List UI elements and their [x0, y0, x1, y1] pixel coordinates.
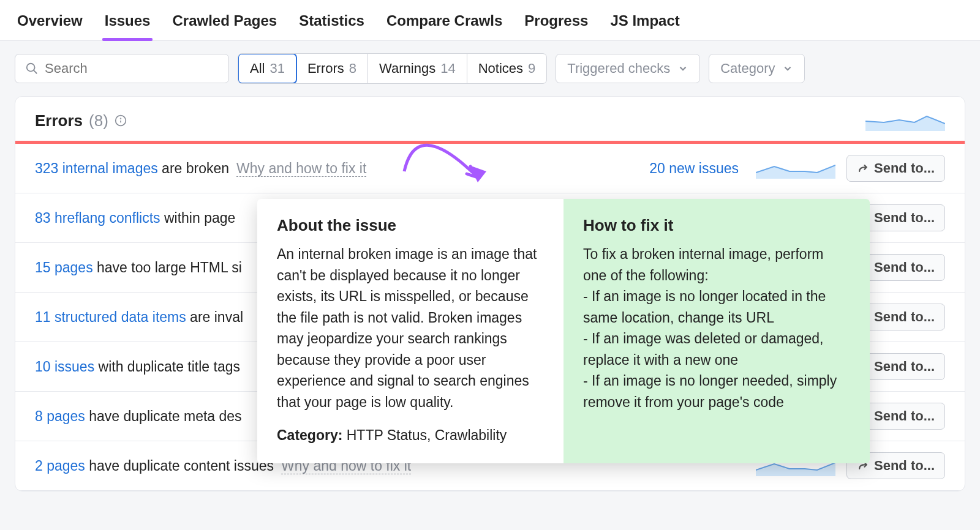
filter-group: All 31 Errors 8 Warnings 14 Notices 9	[238, 53, 547, 84]
issue-text: 323 internal images are brokenWhy and ho…	[35, 160, 638, 177]
fix-body: To fix a broken internal image, perform …	[583, 244, 850, 412]
issue-rest: have too large HTML si	[93, 259, 242, 275]
send-to-button[interactable]: Send to...	[846, 155, 945, 182]
send-to-label: Send to...	[874, 259, 935, 275]
dropdown-label: Triggered checks	[567, 61, 670, 77]
tab-statistics[interactable]: Statistics	[296, 7, 367, 40]
info-icon[interactable]	[115, 114, 127, 127]
arrow-right-icon	[857, 162, 869, 174]
sparkline-header	[865, 110, 945, 131]
issue-rest: with duplicate title tags	[94, 359, 240, 375]
svg-line-1	[34, 70, 37, 74]
send-to-label: Send to...	[874, 408, 935, 424]
popover-fix: How to fix it To fix a broken internal i…	[564, 199, 870, 463]
send-to-label: Send to...	[874, 210, 935, 226]
filter-notices[interactable]: Notices 9	[467, 54, 547, 83]
filter-count: 8	[349, 61, 356, 77]
fix-title: How to fix it	[583, 216, 850, 235]
issue-link[interactable]: 83 hreflang conflicts	[35, 210, 160, 226]
filter-all[interactable]: All 31	[238, 53, 297, 84]
issue-rest: within page	[160, 210, 236, 226]
panel-header: Errors (8)	[15, 97, 965, 141]
why-and-how-link[interactable]: Why and how to fix it	[236, 160, 366, 177]
issue-link[interactable]: 11 structured data items	[35, 309, 186, 325]
filter-label: Errors	[307, 61, 344, 77]
issue-link[interactable]: 2 pages	[35, 458, 85, 474]
issue-rest: are broken	[158, 160, 229, 176]
tab-js-impact[interactable]: JS Impact	[608, 7, 682, 40]
send-to-label: Send to...	[874, 458, 935, 474]
issue-row: 323 internal images are brokenWhy and ho…	[15, 144, 965, 193]
panel-title: Errors	[35, 111, 83, 130]
send-to-label: Send to...	[874, 160, 935, 176]
filter-label: All	[250, 61, 265, 77]
panel-count: (8)	[89, 111, 108, 130]
filter-count: 14	[440, 61, 455, 77]
category-value: HTTP Status, Crawlability	[342, 427, 507, 443]
chevron-down-icon	[782, 63, 793, 74]
search-box[interactable]	[15, 54, 229, 83]
new-issues-link[interactable]: 20 new issues	[649, 160, 739, 177]
main-tabs: Overview Issues Crawled Pages Statistics…	[0, 0, 980, 41]
tab-overview[interactable]: Overview	[15, 7, 85, 40]
tab-issues[interactable]: Issues	[102, 7, 153, 40]
about-title: About the issue	[277, 216, 544, 235]
tab-progress[interactable]: Progress	[522, 7, 590, 40]
filter-errors[interactable]: Errors 8	[296, 54, 368, 83]
filter-label: Notices	[478, 61, 523, 77]
tab-crawled-pages[interactable]: Crawled Pages	[170, 7, 279, 40]
about-body: An internal broken image is an image tha…	[277, 244, 544, 412]
filter-warnings[interactable]: Warnings 14	[368, 54, 467, 83]
svg-point-4	[120, 118, 121, 119]
issue-link[interactable]: 10 issues	[35, 359, 94, 375]
search-icon	[25, 62, 39, 75]
chevron-down-icon	[677, 63, 688, 74]
svg-point-0	[27, 64, 35, 72]
tab-compare-crawls[interactable]: Compare Crawls	[384, 7, 505, 40]
sparkline	[756, 158, 835, 179]
issue-rest: are inval	[186, 309, 243, 325]
filter-label: Warnings	[379, 61, 435, 77]
dropdown-label: Category	[720, 61, 775, 77]
issue-link[interactable]: 8 pages	[35, 408, 85, 424]
category-dropdown[interactable]: Category	[709, 54, 805, 83]
issue-details-popover: About the issue An internal broken image…	[257, 199, 870, 463]
search-input[interactable]	[45, 61, 219, 77]
issue-link[interactable]: 15 pages	[35, 259, 93, 275]
filter-count: 9	[528, 61, 535, 77]
send-to-label: Send to...	[874, 309, 935, 325]
send-to-label: Send to...	[874, 359, 935, 375]
toolbar: All 31 Errors 8 Warnings 14 Notices 9 Tr…	[0, 41, 980, 96]
category-label: Category:	[277, 427, 342, 443]
issue-rest: have duplicate content issues	[85, 458, 274, 474]
popover-about: About the issue An internal broken image…	[257, 199, 564, 463]
filter-count: 31	[270, 61, 284, 77]
triggered-checks-dropdown[interactable]: Triggered checks	[556, 54, 700, 83]
issue-rest: have duplicate meta des	[85, 408, 242, 424]
issue-link[interactable]: 323 internal images	[35, 160, 158, 176]
